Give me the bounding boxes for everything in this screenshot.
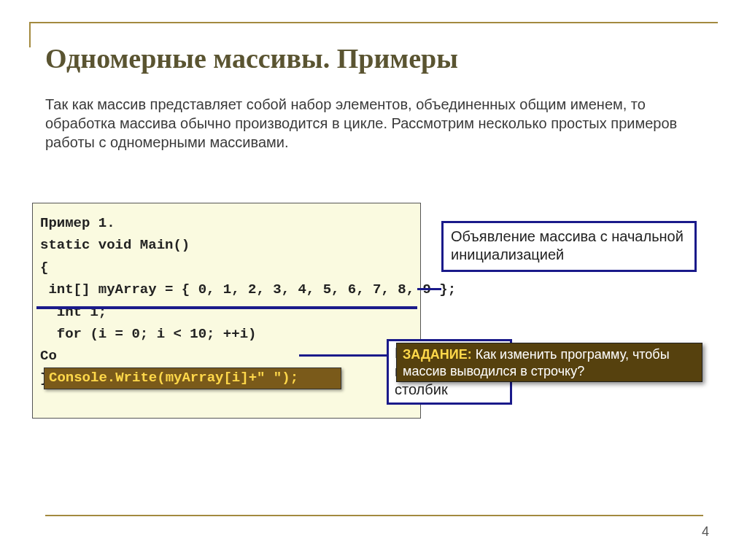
code-line: for (i = 0; i < 10; ++i) xyxy=(40,323,413,345)
connector-line xyxy=(417,288,441,290)
code-line: int[] myArray = { 0, 1, 2, 3, 4, 5, 6, 7… xyxy=(40,279,413,300)
task-overlay: ЗАДАНИЕ: Как изменить программу, чтобы м… xyxy=(396,343,703,382)
declaration-underline xyxy=(36,306,417,309)
code-line: static void Main() xyxy=(40,234,413,256)
code-line: int i; xyxy=(40,301,413,323)
page-number: 4 xyxy=(702,524,709,540)
top-rule-tick xyxy=(29,22,31,47)
solution-code-overlay: Console.Write(myArray[i]+" "); xyxy=(44,368,341,389)
task-label: ЗАДАНИЕ: xyxy=(403,347,472,362)
code-line: { xyxy=(40,257,413,279)
top-rule xyxy=(29,22,718,23)
code-line: Пример 1. xyxy=(40,212,413,234)
callout-declaration: Объявление массива с начальной инициализ… xyxy=(441,221,697,272)
callout-text: столбик xyxy=(395,381,448,397)
connector-line xyxy=(299,354,387,357)
intro-paragraph: Так как массив представляет собой набор … xyxy=(45,95,703,152)
bottom-rule xyxy=(45,515,703,516)
slide-title: Одномерные массивы. Примеры xyxy=(45,42,458,74)
